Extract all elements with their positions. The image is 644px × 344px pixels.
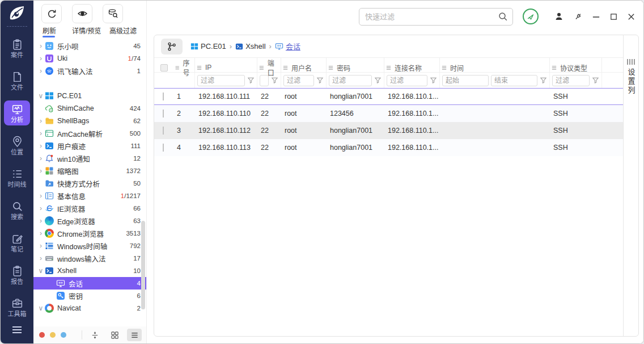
column-menu-icon[interactable] xyxy=(259,65,265,71)
row-checkbox[interactable] xyxy=(163,110,164,118)
breadcrumb-item-xshell[interactable]: Xshell xyxy=(235,42,265,51)
row-checkbox[interactable] xyxy=(163,127,164,135)
feedback-button[interactable] xyxy=(522,8,539,25)
breadcrumb-item-sessions[interactable]: 会话 xyxy=(275,41,300,52)
time-start-filter-input[interactable] xyxy=(442,75,489,86)
chevron-right-icon[interactable]: › xyxy=(37,142,45,150)
tree-item-xunfei-ime[interactable]: › 讯飞输入法 1 xyxy=(33,65,146,77)
tree-item-amcache[interactable]: › AmCache解析 500 xyxy=(33,127,146,140)
advanced-filter-button[interactable] xyxy=(103,4,123,23)
table-row[interactable]: 4 192.168.110.113 22 root honglian7001 1… xyxy=(154,139,623,156)
funnel-filter-icon[interactable] xyxy=(430,77,437,84)
rail-item-report[interactable]: 报告 xyxy=(4,262,30,287)
column-menu-icon[interactable] xyxy=(282,65,289,71)
port-filter-input[interactable] xyxy=(260,75,269,86)
rail-item-search[interactable]: 搜索 xyxy=(4,198,30,223)
tree-item-windows-ime[interactable]: › windows输入法 17 xyxy=(33,252,146,265)
protocol-filter-input[interactable] xyxy=(552,75,590,86)
column-menu-icon[interactable] xyxy=(328,65,334,71)
chevron-right-icon[interactable]: › xyxy=(37,42,45,50)
chevron-right-icon[interactable]: › xyxy=(37,67,45,75)
breadcrumb-item-pc-e01[interactable]: PC.E01 xyxy=(190,42,226,51)
row-checkbox[interactable] xyxy=(163,93,164,100)
tree-item-xshell[interactable]: ∨ Xshell 10 xyxy=(33,265,146,277)
funnel-filter-icon[interactable] xyxy=(271,77,278,84)
sidebar-scrollbar[interactable] xyxy=(141,221,145,309)
funnel-filter-icon[interactable] xyxy=(540,77,547,84)
tree-item-ie-browser[interactable]: › IE浏览器 66 xyxy=(33,202,146,215)
tree-item-keys[interactable]: 密钥 6 xyxy=(33,290,146,302)
select-all-checkbox[interactable] xyxy=(160,64,168,72)
tree-item-thumbnails[interactable]: › 缩略图 1372 xyxy=(33,165,146,177)
ip-filter-input[interactable] xyxy=(197,75,245,86)
user-account-button[interactable] xyxy=(554,11,564,22)
refresh-button[interactable] xyxy=(41,4,62,23)
funnel-filter-icon[interactable] xyxy=(247,77,255,84)
tree-item-sessions[interactable]: 会话 4 xyxy=(33,277,146,290)
table-row[interactable]: 1 192.168.110.111 22 root honglian7001 1… xyxy=(154,88,623,105)
branch-view-button[interactable] xyxy=(161,39,183,54)
table-row[interactable]: 2 192.168.110.110 22 root 123456 192.168… xyxy=(154,105,623,122)
grid-view-button[interactable] xyxy=(107,329,122,341)
tree-item-win10-notifications[interactable]: › win10通知 12 xyxy=(33,152,146,165)
time-end-filter-input[interactable] xyxy=(491,75,537,86)
detail-preview-button[interactable] xyxy=(72,4,92,23)
rail-item-toolbox[interactable]: 工具箱 xyxy=(4,295,30,320)
column-menu-icon[interactable] xyxy=(175,65,180,71)
chevron-right-icon[interactable]: › xyxy=(37,54,45,62)
column-menu-icon[interactable] xyxy=(551,65,557,71)
column-menu-icon[interactable] xyxy=(385,65,392,71)
split-view-button[interactable] xyxy=(87,329,102,341)
rail-item-files[interactable]: 文件 xyxy=(4,68,30,93)
chevron-right-icon[interactable]: › xyxy=(37,154,45,162)
tree-item-pc-e01[interactable]: ∨ PC.E01 xyxy=(33,90,146,102)
tree-item-basic-info[interactable]: › 基本信息 1/1217 xyxy=(33,190,146,202)
blue-tag-dot[interactable] xyxy=(61,332,66,338)
tree-item-user-trace[interactable]: › 用户痕迹 111 xyxy=(33,140,146,152)
chevron-right-icon[interactable]: › xyxy=(37,254,45,262)
tree-item-uki[interactable]: › Uki 1/74 xyxy=(33,52,146,65)
chevron-right-icon[interactable]: › xyxy=(37,204,45,212)
chevron-right-icon[interactable]: › xyxy=(37,167,45,175)
chevron-right-icon[interactable]: › xyxy=(37,192,45,200)
rail-item-case[interactable]: 案件 xyxy=(4,36,30,61)
rail-item-timeline[interactable]: 时间线 xyxy=(4,165,30,190)
tree-item-shimcache[interactable]: ShimCache 424 xyxy=(33,102,146,115)
funnel-filter-icon[interactable] xyxy=(316,77,324,84)
rail-item-notes[interactable]: 笔记 xyxy=(4,230,30,255)
tree-item-lexiaobei[interactable]: › 乐小呗 45 xyxy=(33,40,146,52)
chevron-right-icon[interactable]: › xyxy=(37,217,45,225)
rail-menu-button[interactable] xyxy=(11,325,23,337)
close-button[interactable] xyxy=(627,12,635,21)
column-menu-icon[interactable] xyxy=(441,65,447,71)
chevron-right-icon[interactable]: › xyxy=(37,117,45,125)
tree-item-shortcut-analysis[interactable]: 快捷方式分析 50 xyxy=(33,177,146,190)
chevron-down-icon[interactable]: ∨ xyxy=(37,304,45,312)
chevron-right-icon[interactable]: › xyxy=(37,242,45,250)
yellow-tag-dot[interactable] xyxy=(50,332,56,338)
username-filter-input[interactable] xyxy=(283,75,314,86)
chevron-right-icon[interactable]: › xyxy=(37,229,45,237)
maximize-button[interactable] xyxy=(609,12,618,21)
minimize-button[interactable] xyxy=(592,12,600,21)
column-settings-toggle[interactable]: 设置列 xyxy=(623,35,638,336)
connection-filter-input[interactable] xyxy=(387,75,427,86)
tree-item-edge-browser[interactable]: › Edge浏览器 63 xyxy=(33,215,146,227)
table-row[interactable]: 3 192.168.110.112 22 root honglian7001 1… xyxy=(154,122,623,139)
chevron-down-icon[interactable]: ∨ xyxy=(37,267,45,275)
rail-item-location[interactable]: 位置 xyxy=(4,133,30,158)
column-menu-icon[interactable] xyxy=(196,65,202,71)
funnel-filter-icon[interactable] xyxy=(374,77,382,84)
row-checkbox[interactable] xyxy=(163,144,164,152)
quick-filter-input[interactable] xyxy=(359,8,513,26)
pin-window-button[interactable] xyxy=(573,12,583,22)
tree-item-shellbags[interactable]: › ShellBags 62 xyxy=(33,115,146,127)
red-tag-dot[interactable] xyxy=(39,332,45,338)
rail-item-analysis[interactable]: 分析 xyxy=(4,100,30,125)
funnel-filter-icon[interactable] xyxy=(592,77,599,84)
tree-item-navicat[interactable]: ∨ Navicat 2 xyxy=(33,302,146,314)
password-filter-input[interactable] xyxy=(329,75,372,86)
chevron-right-icon[interactable]: › xyxy=(37,129,45,137)
chevron-down-icon[interactable]: ∨ xyxy=(37,92,45,100)
list-view-button[interactable] xyxy=(127,329,142,341)
